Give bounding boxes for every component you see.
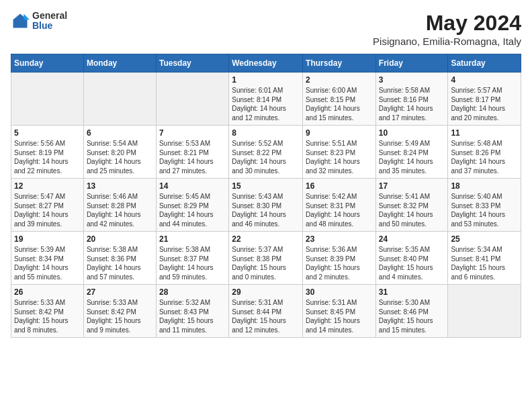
- day-of-week-header: Sunday: [11, 54, 84, 73]
- day-number: 4: [451, 75, 518, 85]
- day-info: Sunrise: 5:34 AM Sunset: 8:41 PM Dayligh…: [451, 245, 518, 281]
- title-block: May 2024 Pisignano, Emilia-Romagna, Ital…: [373, 11, 521, 47]
- day-of-week-header: Wednesday: [229, 54, 303, 73]
- calendar-cell: 11Sunrise: 5:48 AM Sunset: 8:26 PM Dayli…: [448, 126, 521, 179]
- day-info: Sunrise: 5:51 AM Sunset: 8:23 PM Dayligh…: [306, 139, 373, 175]
- month-title: May 2024: [373, 11, 521, 36]
- day-number: 19: [14, 234, 81, 244]
- day-number: 6: [87, 128, 153, 138]
- calendar-cell: 29Sunrise: 5:31 AM Sunset: 8:44 PM Dayli…: [229, 285, 303, 338]
- day-number: 3: [379, 75, 445, 85]
- day-info: Sunrise: 5:57 AM Sunset: 8:17 PM Dayligh…: [451, 86, 518, 122]
- day-info: Sunrise: 5:31 AM Sunset: 8:45 PM Dayligh…: [306, 298, 373, 334]
- day-number: 31: [379, 287, 445, 297]
- day-info: Sunrise: 5:38 AM Sunset: 8:37 PM Dayligh…: [159, 245, 226, 281]
- day-number: 7: [159, 128, 226, 138]
- day-info: Sunrise: 5:41 AM Sunset: 8:32 PM Dayligh…: [379, 192, 445, 228]
- day-of-week-header: Saturday: [448, 54, 521, 73]
- day-number: 15: [232, 181, 300, 191]
- day-info: Sunrise: 5:36 AM Sunset: 8:39 PM Dayligh…: [306, 245, 373, 281]
- day-number: 24: [379, 234, 445, 244]
- calendar-cell: 5Sunrise: 5:56 AM Sunset: 8:19 PM Daylig…: [11, 126, 84, 179]
- day-number: 30: [306, 287, 373, 297]
- day-number: 10: [379, 128, 445, 138]
- calendar-cell: 6Sunrise: 5:54 AM Sunset: 8:20 PM Daylig…: [83, 126, 156, 179]
- svg-marker-1: [24, 14, 30, 20]
- calendar-week-row: 26Sunrise: 5:33 AM Sunset: 8:42 PM Dayli…: [11, 285, 521, 338]
- day-number: 29: [232, 287, 300, 297]
- day-info: Sunrise: 5:40 AM Sunset: 8:33 PM Dayligh…: [451, 192, 518, 228]
- day-number: 17: [379, 181, 445, 191]
- day-info: Sunrise: 5:48 AM Sunset: 8:26 PM Dayligh…: [451, 139, 518, 175]
- days-of-week-row: SundayMondayTuesdayWednesdayThursdayFrid…: [11, 54, 521, 73]
- calendar-cell: 1Sunrise: 6:01 AM Sunset: 8:14 PM Daylig…: [229, 73, 303, 126]
- day-info: Sunrise: 5:46 AM Sunset: 8:28 PM Dayligh…: [87, 192, 153, 228]
- logo-blue-text: Blue: [32, 21, 67, 31]
- day-info: Sunrise: 5:52 AM Sunset: 8:22 PM Dayligh…: [232, 139, 300, 175]
- day-number: 28: [159, 287, 226, 297]
- calendar-cell: 21Sunrise: 5:38 AM Sunset: 8:37 PM Dayli…: [156, 232, 228, 285]
- day-number: 11: [451, 128, 518, 138]
- calendar-cell: 15Sunrise: 5:43 AM Sunset: 8:30 PM Dayli…: [229, 179, 303, 232]
- day-info: Sunrise: 5:54 AM Sunset: 8:20 PM Dayligh…: [87, 139, 153, 175]
- logo-text: General Blue: [32, 11, 67, 32]
- day-of-week-header: Thursday: [303, 54, 376, 73]
- calendar-cell: 7Sunrise: 5:53 AM Sunset: 8:21 PM Daylig…: [156, 126, 228, 179]
- calendar-cell: 22Sunrise: 5:37 AM Sunset: 8:38 PM Dayli…: [229, 232, 303, 285]
- calendar-cell: 27Sunrise: 5:33 AM Sunset: 8:42 PM Dayli…: [83, 285, 156, 338]
- day-number: 23: [306, 234, 373, 244]
- calendar-cell: 26Sunrise: 5:33 AM Sunset: 8:42 PM Dayli…: [11, 285, 84, 338]
- calendar-cell: 28Sunrise: 5:32 AM Sunset: 8:43 PM Dayli…: [156, 285, 228, 338]
- calendar-cell: 24Sunrise: 5:35 AM Sunset: 8:40 PM Dayli…: [375, 232, 448, 285]
- day-info: Sunrise: 5:45 AM Sunset: 8:29 PM Dayligh…: [159, 192, 226, 228]
- calendar-week-row: 1Sunrise: 6:01 AM Sunset: 8:14 PM Daylig…: [11, 73, 521, 126]
- day-info: Sunrise: 5:35 AM Sunset: 8:40 PM Dayligh…: [379, 245, 445, 281]
- day-number: 22: [232, 234, 300, 244]
- page-header: General Blue May 2024 Pisignano, Emilia-…: [11, 11, 521, 47]
- day-info: Sunrise: 5:37 AM Sunset: 8:38 PM Dayligh…: [232, 245, 300, 281]
- day-info: Sunrise: 6:01 AM Sunset: 8:14 PM Dayligh…: [232, 86, 300, 122]
- day-of-week-header: Tuesday: [156, 54, 228, 73]
- day-number: 12: [14, 181, 81, 191]
- day-info: Sunrise: 5:32 AM Sunset: 8:43 PM Dayligh…: [159, 298, 226, 334]
- day-info: Sunrise: 5:30 AM Sunset: 8:46 PM Dayligh…: [379, 298, 445, 334]
- day-number: 5: [14, 128, 81, 138]
- day-number: 2: [306, 75, 373, 85]
- day-number: 18: [451, 181, 518, 191]
- logo-general-text: General: [32, 11, 67, 21]
- day-info: Sunrise: 5:56 AM Sunset: 8:19 PM Dayligh…: [14, 139, 81, 175]
- calendar-header: SundayMondayTuesdayWednesdayThursdayFrid…: [11, 54, 521, 73]
- day-info: Sunrise: 5:53 AM Sunset: 8:21 PM Dayligh…: [159, 139, 226, 175]
- day-number: 9: [306, 128, 373, 138]
- day-info: Sunrise: 5:33 AM Sunset: 8:42 PM Dayligh…: [14, 298, 81, 334]
- day-info: Sunrise: 5:47 AM Sunset: 8:27 PM Dayligh…: [14, 192, 81, 228]
- calendar-body: 1Sunrise: 6:01 AM Sunset: 8:14 PM Daylig…: [11, 73, 521, 338]
- day-number: 13: [87, 181, 153, 191]
- calendar-cell: 20Sunrise: 5:38 AM Sunset: 8:36 PM Dayli…: [83, 232, 156, 285]
- calendar-cell: [156, 73, 228, 126]
- day-number: 16: [306, 181, 373, 191]
- calendar-cell: 2Sunrise: 6:00 AM Sunset: 8:15 PM Daylig…: [303, 73, 376, 126]
- calendar-cell: 25Sunrise: 5:34 AM Sunset: 8:41 PM Dayli…: [448, 232, 521, 285]
- calendar-cell: 23Sunrise: 5:36 AM Sunset: 8:39 PM Dayli…: [303, 232, 376, 285]
- day-info: Sunrise: 5:38 AM Sunset: 8:36 PM Dayligh…: [87, 245, 153, 281]
- day-info: Sunrise: 5:42 AM Sunset: 8:31 PM Dayligh…: [306, 192, 373, 228]
- calendar-cell: 4Sunrise: 5:57 AM Sunset: 8:17 PM Daylig…: [448, 73, 521, 126]
- calendar-cell: 8Sunrise: 5:52 AM Sunset: 8:22 PM Daylig…: [229, 126, 303, 179]
- calendar-week-row: 19Sunrise: 5:39 AM Sunset: 8:34 PM Dayli…: [11, 232, 521, 285]
- calendar-cell: 18Sunrise: 5:40 AM Sunset: 8:33 PM Dayli…: [448, 179, 521, 232]
- day-number: 26: [14, 287, 81, 297]
- calendar-week-row: 5Sunrise: 5:56 AM Sunset: 8:19 PM Daylig…: [11, 126, 521, 179]
- day-number: 25: [451, 234, 518, 244]
- day-number: 14: [159, 181, 226, 191]
- calendar-cell: [448, 285, 521, 338]
- day-number: 20: [87, 234, 153, 244]
- day-info: Sunrise: 5:43 AM Sunset: 8:30 PM Dayligh…: [232, 192, 300, 228]
- calendar-cell: 12Sunrise: 5:47 AM Sunset: 8:27 PM Dayli…: [11, 179, 84, 232]
- logo: General Blue: [11, 11, 67, 32]
- calendar-cell: 31Sunrise: 5:30 AM Sunset: 8:46 PM Dayli…: [375, 285, 448, 338]
- calendar-cell: 14Sunrise: 5:45 AM Sunset: 8:29 PM Dayli…: [156, 179, 228, 232]
- day-number: 27: [87, 287, 153, 297]
- calendar-cell: 3Sunrise: 5:58 AM Sunset: 8:16 PM Daylig…: [375, 73, 448, 126]
- calendar-cell: 10Sunrise: 5:49 AM Sunset: 8:24 PM Dayli…: [375, 126, 448, 179]
